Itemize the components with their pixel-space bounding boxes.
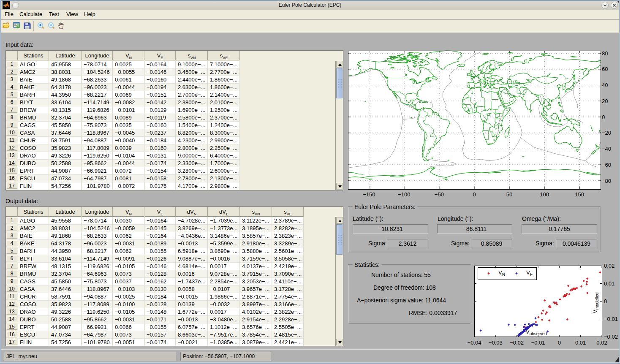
svg-text:−100: −100 [398, 191, 410, 198]
svg-text:0: 0 [558, 340, 561, 346]
svg-text:0.02: 0.02 [596, 340, 607, 346]
svg-text:40: 40 [602, 82, 608, 88]
svg-text:100: 100 [540, 191, 549, 198]
svg-text:0.02: 0.02 [604, 263, 615, 269]
svg-text:−40: −40 [602, 146, 611, 152]
svg-text:−80: −80 [602, 178, 611, 184]
svg-text:−0.02: −0.02 [604, 334, 618, 340]
svg-text:−150: −150 [363, 191, 375, 198]
svg-text:20: 20 [602, 98, 608, 104]
svg-text:0.01: 0.01 [575, 340, 586, 346]
svg-text:0.01: 0.01 [604, 280, 615, 287]
svg-text:−20: −20 [602, 130, 611, 136]
svg-text:−0.04: −0.04 [468, 340, 481, 346]
svg-text:−50: −50 [435, 191, 444, 198]
svg-text:−0.01: −0.01 [604, 316, 618, 322]
svg-text:80: 80 [602, 50, 608, 57]
svg-text:−0.01: −0.01 [531, 340, 545, 346]
svg-text:0: 0 [604, 298, 607, 304]
svg-text:60: 60 [602, 66, 608, 72]
svg-text:50: 50 [506, 191, 512, 198]
svg-text:0: 0 [473, 191, 476, 198]
svg-text:−0.03: −0.03 [489, 340, 503, 346]
svg-text:150: 150 [575, 191, 584, 198]
svg-text:−60: −60 [602, 162, 611, 168]
svg-text:0: 0 [602, 114, 605, 120]
svg-text:−0.02: −0.02 [510, 340, 524, 346]
